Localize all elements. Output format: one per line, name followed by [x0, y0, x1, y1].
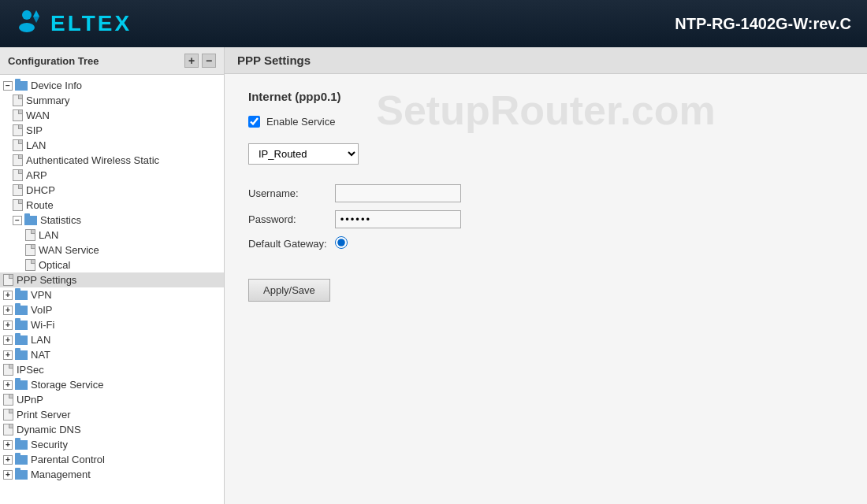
sidebar-item-dynamic-dns[interactable]: Dynamic DNS: [0, 422, 224, 437]
page-icon: [3, 394, 13, 406]
tree-label: Dynamic DNS: [17, 424, 81, 435]
default-gateway-radio[interactable]: [335, 236, 348, 249]
svg-marker-2: [33, 10, 39, 17]
sidebar-item-upnp[interactable]: UPnP: [0, 392, 224, 407]
svg-point-0: [22, 10, 32, 20]
tree-label: PPP Settings: [17, 274, 76, 286]
expand-icon[interactable]: +: [3, 440, 13, 450]
sidebar-item-management[interactable]: + Management: [0, 467, 224, 482]
enable-service-label[interactable]: Enable Service: [266, 116, 335, 128]
page-icon: [25, 229, 35, 241]
expand-icon[interactable]: +: [3, 350, 13, 360]
tree-label: NAT: [31, 349, 50, 361]
username-label: Username:: [248, 187, 299, 199]
tree-label: VoIP: [31, 304, 52, 316]
page-icon: [3, 424, 13, 435]
sidebar-item-device-info[interactable]: − Device Info: [0, 78, 224, 93]
tree-label: Storage Service: [31, 379, 104, 391]
folder-icon: [15, 350, 28, 360]
sidebar-item-auth-wireless[interactable]: Authenticated Wireless Static: [0, 153, 224, 168]
page-icon: [3, 409, 13, 421]
expand-icon[interactable]: +: [3, 321, 13, 330]
main-container: Configuration Tree + − − Device Info Sum…: [0, 47, 867, 504]
sidebar-item-statistics[interactable]: − Statistics: [0, 213, 224, 228]
sidebar-item-security[interactable]: + Security: [0, 437, 224, 452]
expand-icon[interactable]: −: [13, 216, 22, 225]
tree-label: DHCP: [26, 184, 55, 196]
remove-button[interactable]: −: [202, 54, 216, 68]
password-input[interactable]: [335, 210, 461, 228]
expand-icon[interactable]: +: [3, 380, 13, 390]
tree-label: LAN: [31, 334, 50, 346]
folder-icon: [15, 470, 28, 480]
sidebar-item-wifi[interactable]: + Wi-Fi: [0, 317, 224, 332]
sidebar-item-storage[interactable]: + Storage Service: [0, 377, 224, 392]
svg-marker-3: [33, 17, 39, 23]
sidebar-item-lan2[interactable]: + LAN: [0, 332, 224, 347]
sidebar-item-arp[interactable]: ARP: [0, 168, 224, 183]
tree-label: LAN: [39, 229, 58, 241]
sidebar-item-vpn[interactable]: + VPN: [0, 287, 224, 302]
expand-icon[interactable]: +: [3, 470, 13, 480]
logo-text: ELTEX: [50, 11, 132, 36]
expand-icon[interactable]: +: [3, 306, 13, 315]
sidebar-item-route[interactable]: Route: [0, 198, 224, 213]
tree-label: IPSec: [17, 364, 44, 376]
tree-label: UPnP: [17, 394, 43, 406]
tree-label: Summary: [26, 94, 70, 106]
sidebar-item-stats-lan[interactable]: LAN: [0, 228, 224, 243]
sidebar: Configuration Tree + − − Device Info Sum…: [0, 47, 225, 504]
sidebar-item-lan[interactable]: LAN: [0, 138, 224, 153]
folder-icon: [24, 216, 37, 225]
content-header: PPP Settings: [225, 47, 867, 74]
enable-service-row: Enable Service: [248, 116, 843, 128]
svg-point-1: [19, 23, 35, 32]
connection-type-select[interactable]: IP_Routed IP_Bridged PPPoE: [248, 143, 359, 165]
sidebar-item-summary[interactable]: Summary: [0, 93, 224, 108]
folder-icon: [15, 380, 28, 390]
sidebar-item-ipsec[interactable]: IPSec: [0, 362, 224, 377]
folder-icon: [15, 306, 28, 315]
sidebar-item-dhcp[interactable]: DHCP: [0, 183, 224, 198]
tree-label: WAN: [26, 109, 50, 121]
sidebar-item-voip[interactable]: + VoIP: [0, 302, 224, 317]
section-title: Internet (ppp0.1): [248, 90, 843, 103]
header: ELTEX NTP-RG-1402G-W:rev.C: [0, 0, 867, 47]
tree-label: Statistics: [40, 214, 81, 226]
tree-label: Route: [26, 199, 54, 211]
sidebar-item-nat[interactable]: + NAT: [0, 347, 224, 362]
page-icon: [13, 124, 23, 136]
tree-label: Authenticated Wireless Static: [26, 154, 159, 166]
password-row: Password:: [248, 206, 469, 232]
default-gateway-label: Default Gateway:: [248, 238, 327, 250]
folder-icon: [15, 81, 28, 91]
expand-icon[interactable]: +: [3, 455, 13, 465]
folder-icon: [15, 321, 28, 330]
sidebar-title: Configuration Tree: [8, 55, 99, 67]
tree-label: ARP: [26, 169, 47, 181]
enable-service-checkbox[interactable]: [248, 116, 260, 128]
sidebar-item-ppp-settings[interactable]: PPP Settings: [0, 272, 224, 287]
page-icon: [13, 154, 23, 166]
expand-icon[interactable]: +: [3, 335, 13, 345]
folder-icon: [15, 291, 28, 300]
page-icon: [3, 274, 13, 286]
expand-icon[interactable]: +: [3, 291, 13, 300]
expand-icon[interactable]: −: [3, 81, 13, 91]
page-icon: [13, 139, 23, 151]
sidebar-item-wan[interactable]: WAN: [0, 108, 224, 123]
add-button[interactable]: +: [184, 54, 199, 68]
sidebar-item-wan-service[interactable]: WAN Service: [0, 243, 224, 258]
content-area: PPP Settings SetupRouter.com Internet (p…: [225, 47, 867, 504]
sidebar-item-sip[interactable]: SIP: [0, 123, 224, 138]
device-title: NTP-RG-1402G-W:rev.C: [675, 15, 851, 33]
tree-label: Security: [31, 439, 68, 450]
logo-area: ELTEX: [16, 7, 132, 41]
sidebar-item-print-server[interactable]: Print Server: [0, 407, 224, 422]
apply-save-button[interactable]: Apply/Save: [248, 279, 330, 302]
sidebar-item-optical[interactable]: Optical: [0, 258, 224, 272]
sidebar-item-parental-control[interactable]: + Parental Control: [0, 452, 224, 467]
tree-label: WAN Service: [39, 244, 99, 256]
page-icon: [25, 259, 35, 271]
username-input[interactable]: [335, 184, 461, 202]
